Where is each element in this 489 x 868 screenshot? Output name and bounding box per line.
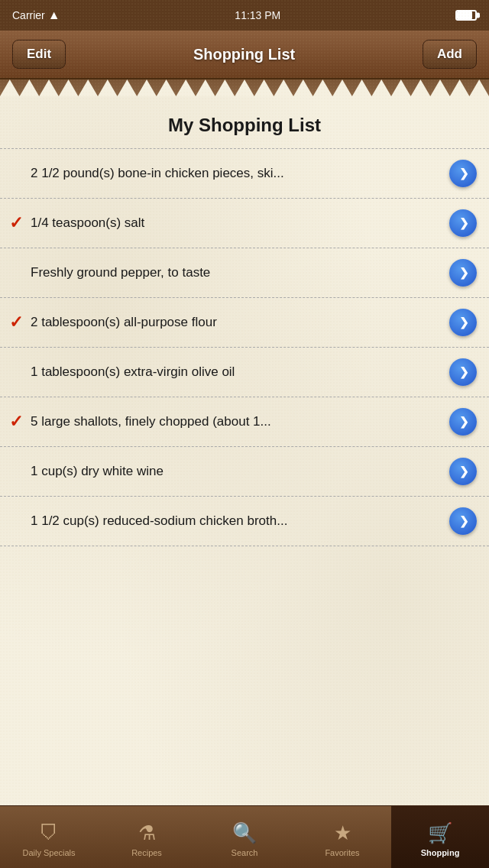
zigzag-border bbox=[0, 79, 489, 96]
list-item: ✓1/4 teaspoon(s) salt bbox=[0, 198, 489, 248]
tab-daily-specials[interactable]: ⛉Daily Specials bbox=[0, 806, 98, 868]
item-detail-button[interactable] bbox=[449, 408, 477, 436]
item-text: 2 1/2 pound(s) bone-in chicken pieces, s… bbox=[31, 165, 449, 182]
checkmark-icon: ✓ bbox=[9, 213, 23, 233]
item-text: 1 1/2 cup(s) reduced-sodium chicken brot… bbox=[31, 513, 449, 530]
time-label: 11:13 PM bbox=[235, 9, 280, 21]
favorites-label: Favorites bbox=[325, 848, 359, 857]
recipes-label: Recipes bbox=[131, 848, 162, 857]
item-detail-button[interactable] bbox=[449, 160, 477, 187]
status-bar: Carrier ▲ 11:13 PM bbox=[0, 0, 489, 31]
carrier-label: Carrier bbox=[12, 9, 45, 21]
item-text: 1 cup(s) dry white wine bbox=[31, 463, 449, 480]
list-item: 1 tablespoon(s) extra-virgin olive oil bbox=[0, 347, 489, 397]
item-detail-button[interactable] bbox=[449, 358, 477, 386]
list-item: 2 1/2 pound(s) bone-in chicken pieces, s… bbox=[0, 148, 489, 198]
tab-search[interactable]: 🔍Search bbox=[196, 806, 293, 868]
search-label: Search bbox=[232, 848, 258, 857]
item-detail-button[interactable] bbox=[449, 507, 477, 535]
item-detail-button[interactable] bbox=[449, 309, 477, 336]
item-detail-button[interactable] bbox=[449, 259, 477, 287]
list-title: My Shopping List bbox=[0, 96, 489, 148]
favorites-icon: ★ bbox=[334, 821, 351, 845]
item-text: 5 large shallots, finely chopped (about … bbox=[31, 413, 449, 430]
item-detail-button[interactable] bbox=[449, 458, 477, 485]
item-text: 1/4 teaspoon(s) salt bbox=[31, 215, 449, 232]
tab-shopping[interactable]: 🛒Shopping bbox=[391, 806, 489, 868]
nav-title: Shopping List bbox=[193, 46, 295, 63]
list-item: ✓5 large shallots, finely chopped (about… bbox=[0, 397, 489, 446]
checkmark-icon: ✓ bbox=[9, 412, 23, 432]
search-icon: 🔍 bbox=[232, 821, 257, 845]
add-button[interactable]: Add bbox=[423, 40, 477, 69]
daily-specials-label: Daily Specials bbox=[22, 848, 75, 857]
list-item: 1 1/2 cup(s) reduced-sodium chicken brot… bbox=[0, 496, 489, 546]
nav-bar: Edit Shopping List Add bbox=[0, 31, 489, 79]
list-item: 1 cup(s) dry white wine bbox=[0, 446, 489, 496]
list-item: ✓2 tablespoon(s) all-purpose flour bbox=[0, 297, 489, 347]
item-text: 2 tablespoon(s) all-purpose flour bbox=[31, 314, 449, 331]
edit-button[interactable]: Edit bbox=[12, 40, 66, 69]
tab-favorites[interactable]: ★Favorites bbox=[293, 806, 391, 868]
battery-icon bbox=[455, 10, 477, 21]
recipes-icon: ⚗ bbox=[138, 821, 156, 845]
tab-recipes[interactable]: ⚗Recipes bbox=[98, 806, 196, 868]
wifi-icon: ▲ bbox=[48, 8, 60, 22]
shopping-list: 2 1/2 pound(s) bone-in chicken pieces, s… bbox=[0, 148, 489, 546]
shopping-icon: 🛒 bbox=[428, 821, 452, 845]
item-text: 1 tablespoon(s) extra-virgin olive oil bbox=[31, 364, 449, 381]
daily-specials-icon: ⛉ bbox=[39, 821, 59, 845]
tab-bar: ⛉Daily Specials⚗Recipes🔍Search★Favorites… bbox=[0, 805, 489, 868]
checkmark-icon: ✓ bbox=[9, 313, 23, 332]
item-text: Freshly ground pepper, to taste bbox=[31, 264, 449, 281]
item-detail-button[interactable] bbox=[449, 209, 477, 237]
shopping-label: Shopping bbox=[421, 848, 460, 857]
list-item: Freshly ground pepper, to taste bbox=[0, 248, 489, 297]
main-content: My Shopping List 2 1/2 pound(s) bone-in … bbox=[0, 96, 489, 805]
